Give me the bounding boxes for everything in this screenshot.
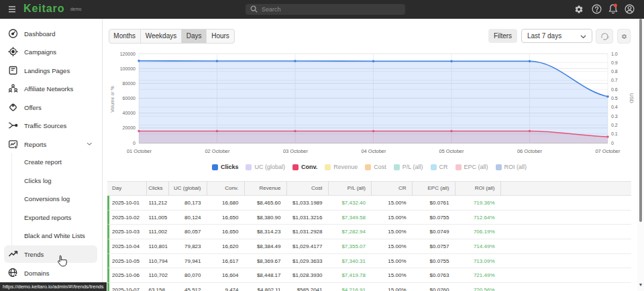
svg-text:06 October: 06 October [517,148,543,154]
svg-text:0.9: 0.9 [611,60,618,65]
svg-text:0.5: 0.5 [611,96,618,101]
svg-text:100000: 100000 [120,66,136,71]
svg-text:0: 0 [611,141,614,146]
svg-text:40000: 40000 [123,111,136,115]
svg-text:80000: 80000 [123,81,136,86]
svg-text:07 October: 07 October [595,148,621,154]
svg-text:0.6: 0.6 [611,87,618,92]
svg-text:0.3: 0.3 [611,114,618,119]
svg-text:02 October: 02 October [205,148,230,154]
svg-text:01 October: 01 October [127,148,152,154]
svg-text:Volume or %: Volume or % [110,86,115,113]
svg-text:0.4: 0.4 [611,105,618,109]
svg-text:04 October: 04 October [361,148,386,154]
svg-text:0: 0 [133,141,136,146]
svg-text:USD: USD [629,93,634,103]
svg-text:60000: 60000 [123,96,136,101]
svg-text:0.7: 0.7 [611,78,618,82]
svg-text:0.8: 0.8 [611,69,618,74]
svg-text:20000: 20000 [123,125,136,130]
svg-text:05 October: 05 October [439,148,464,154]
svg-text:0.1: 0.1 [611,131,618,136]
svg-text:120000: 120000 [120,52,136,56]
svg-text:0.2: 0.2 [611,123,618,127]
svg-text:1.0: 1.0 [611,52,618,56]
svg-text:03 October: 03 October [283,148,309,154]
